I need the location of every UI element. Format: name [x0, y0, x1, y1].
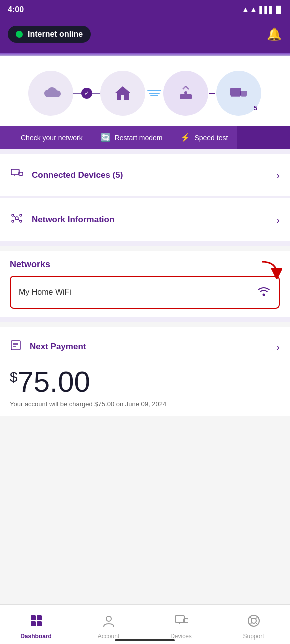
speed-test-button[interactable]: ⚡ Speed test: [172, 126, 237, 149]
restart-modem-icon: 🔄: [101, 133, 111, 142]
nav-devices[interactable]: Devices: [145, 605, 218, 644]
diagram-cloud: [28, 71, 74, 116]
checkmark-connector: ✓: [82, 88, 92, 99]
status-bar: 4:00 ▲▲ ▌▌▌ ▉: [0, 0, 290, 20]
nav-dashboard[interactable]: Dashboard: [0, 605, 72, 644]
internet-status-label: Internet online: [28, 30, 83, 39]
networks-header-row: Networks: [10, 259, 280, 270]
restart-modem-button[interactable]: 🔄 Restart modem: [92, 126, 172, 149]
nav-devices-label: Devices: [170, 633, 192, 640]
svg-line-37: [256, 617, 258, 619]
status-time: 4:00: [8, 5, 24, 14]
payment-icon: [10, 340, 22, 354]
next-payment-arrow-icon: ›: [276, 341, 280, 353]
my-home-wifi-item[interactable]: My Home WiFi: [10, 276, 280, 309]
nav-support[interactable]: Support: [218, 605, 290, 644]
network-name-label: My Home WiFi: [19, 288, 72, 297]
svg-line-39: [256, 622, 258, 624]
account-person-icon: [102, 614, 116, 628]
svg-rect-26: [37, 615, 42, 620]
payment-amount-value: $75.00: [10, 367, 280, 396]
invoice-icon: [10, 340, 22, 351]
networks-section: Networks My Home WiFi: [0, 251, 290, 317]
svg-line-17: [18, 216, 20, 218]
svg-rect-5: [242, 96, 246, 97]
payment-amount-display: $75.00 Your account will be charged $75.…: [10, 367, 280, 408]
online-indicator-dot: [16, 31, 23, 38]
diagram-modem: [100, 71, 146, 116]
payment-description: Your account will be charged $75.00 on J…: [10, 400, 280, 408]
svg-rect-21: [12, 341, 20, 350]
dashboard-icon: [30, 614, 44, 631]
svg-point-34: [248, 615, 260, 626]
svg-line-16: [14, 216, 16, 218]
network-info-item[interactable]: Network Information ›: [0, 203, 290, 236]
bottom-navigation: Dashboard Account Devices: [0, 604, 290, 644]
svg-point-15: [20, 220, 22, 222]
svg-line-36: [250, 617, 252, 619]
connector-modem-router: [148, 90, 162, 96]
network-info-icon: [10, 212, 24, 227]
nav-account[interactable]: Account: [72, 605, 145, 644]
notification-bell-icon[interactable]: 🔔: [267, 27, 282, 41]
battery-status-icon: ▉: [276, 6, 282, 14]
check-network-icon: 🖥: [9, 133, 17, 142]
check-network-button[interactable]: 🖥 Check your network: [0, 126, 92, 149]
action-bar: 🖥 Check your network 🔄 Restart modem ⚡ S…: [0, 126, 290, 149]
svg-point-29: [106, 616, 112, 621]
home-indicator: [115, 639, 175, 641]
router-circle: [164, 71, 208, 116]
network-info-section: Network Information ›: [0, 198, 290, 241]
svg-rect-25: [31, 615, 36, 620]
network-info-label: Network Information: [32, 215, 276, 225]
nav-support-label: Support: [243, 633, 264, 640]
network-info-arrow-icon: ›: [276, 214, 280, 226]
devices-monitor-icon: [174, 614, 188, 628]
status-icons: ▲▲ ▌▌▌ ▉: [242, 5, 282, 14]
nav-dashboard-label: Dashboard: [20, 633, 52, 640]
support-icon: [247, 614, 261, 631]
svg-rect-7: [12, 170, 19, 174]
red-arrow-indicator: [257, 259, 282, 279]
wifi-signal-icon: [257, 285, 271, 300]
networks-title: Networks: [10, 259, 50, 270]
svg-rect-30: [176, 616, 184, 622]
home-icon: [113, 83, 133, 103]
next-payment-item[interactable]: Next Payment ›: [10, 335, 280, 359]
svg-point-1: [184, 91, 188, 94]
wifi-status-icon: ▲▲: [242, 5, 258, 14]
connector-cloud-modem: ✓: [72, 88, 102, 99]
svg-point-13: [20, 214, 22, 216]
svg-point-20: [263, 294, 266, 296]
spacer-3: [0, 241, 290, 246]
svg-rect-2: [230, 88, 242, 96]
router-icon: [176, 83, 196, 103]
svg-rect-6: [12, 169, 20, 175]
speed-test-icon: ⚡: [180, 133, 190, 142]
network-diagram: ✓: [0, 56, 290, 126]
svg-point-14: [12, 220, 14, 222]
nav-account-label: Account: [98, 633, 120, 640]
svg-rect-4: [240, 91, 248, 96]
svg-rect-3: [232, 96, 240, 97]
devices-nav-icon: [174, 614, 188, 631]
internet-status-pill[interactable]: Internet online: [8, 26, 91, 43]
modem-circle: [100, 71, 146, 116]
connector-router-devices: [210, 93, 216, 94]
payment-section: Next Payment › $75.00 Your account will …: [0, 327, 290, 416]
spacer-1: [0, 149, 290, 154]
devices-list-icon: [11, 168, 23, 179]
connected-devices-arrow-icon: ›: [276, 170, 280, 181]
signal-bars-icon: ▌▌▌: [260, 6, 274, 14]
cloud-icon: [40, 84, 62, 102]
diagram-router: [164, 71, 208, 116]
network-graph-icon: [11, 212, 23, 224]
currency-symbol: $: [10, 369, 18, 385]
device-count-badge: 5: [254, 104, 258, 112]
next-payment-label: Next Payment: [30, 342, 276, 352]
wifi-icon: [257, 285, 271, 297]
svg-rect-27: [31, 621, 36, 626]
devices-icon: [228, 84, 250, 103]
connected-devices-item[interactable]: Connected Devices (5) ›: [0, 159, 290, 191]
connected-devices-icon: [10, 168, 24, 182]
